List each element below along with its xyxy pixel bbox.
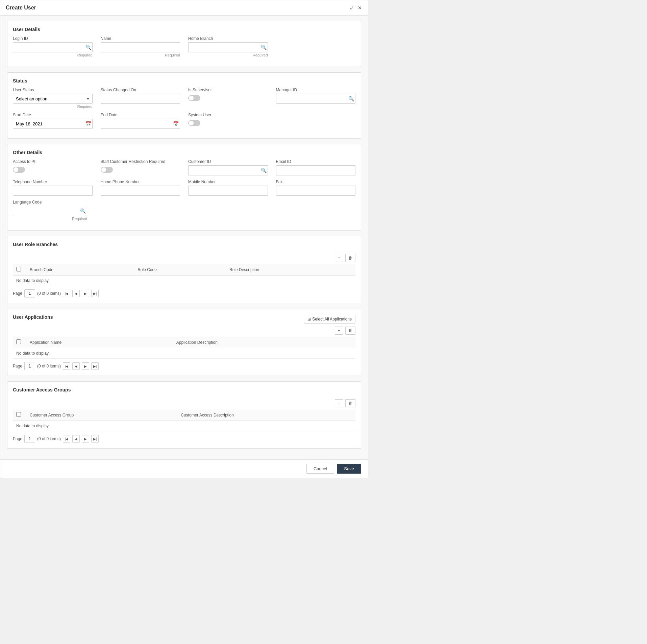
system-user-toggle[interactable] [188, 120, 200, 126]
modal-header: Create User ⤢ ✕ [0, 0, 368, 16]
language-code-search-icon[interactable]: 🔍 [80, 208, 86, 214]
customer-access-groups-prev-page-button[interactable]: ◀ [72, 435, 80, 443]
telephone-group: Telephone Number [13, 180, 93, 196]
status-changed-on-input[interactable] [101, 94, 180, 104]
role-branches-next-page-button[interactable]: ▶ [82, 290, 89, 297]
role-branches-add-button[interactable]: + [335, 254, 343, 262]
customer-access-groups-first-page-button[interactable]: |◀ [63, 435, 70, 443]
role-branches-delete-button[interactable]: 🗑 [345, 254, 355, 262]
staff-restriction-group: Staff Customer Restriction Required [101, 159, 180, 175]
start-date-input[interactable] [13, 119, 93, 129]
modal-footer: Cancel Save [0, 459, 368, 478]
customer-id-input[interactable] [188, 165, 268, 175]
mobile-wrapper [188, 186, 268, 196]
user-role-branches-header: User Role Branches [13, 242, 355, 251]
home-phone-input[interactable] [101, 186, 180, 196]
end-date-input[interactable] [101, 119, 180, 129]
manager-id-search-icon[interactable]: 🔍 [348, 96, 354, 101]
user-applications-page-input[interactable] [24, 362, 35, 370]
customer-id-search-icon[interactable]: 🔍 [261, 168, 267, 173]
fax-label: Fax [276, 180, 356, 184]
language-code-input[interactable] [13, 206, 87, 216]
user-applications-no-data: No data to display. [13, 348, 355, 359]
user-role-branches-title: User Role Branches [13, 242, 58, 247]
name-wrapper [101, 42, 180, 52]
user-status-wrapper: Select an option Active Inactive Suspend… [13, 94, 93, 104]
user-applications-name-col: Application Name [26, 337, 173, 348]
user-status-select[interactable]: Select an option Active Inactive Suspend… [13, 94, 93, 104]
user-status-required: Required [13, 104, 93, 109]
user-applications-actions: + 🗑 [13, 327, 355, 335]
name-label: Name [101, 36, 180, 41]
customer-access-groups-title: Customer Access Groups [13, 387, 71, 392]
manager-id-label: Manager ID [276, 88, 356, 92]
end-date-calendar-icon[interactable]: 📅 [173, 121, 179, 126]
manager-id-input[interactable] [276, 94, 356, 104]
customer-access-groups-select-all-checkbox[interactable] [16, 412, 21, 417]
customer-access-groups-tbody: No data to display. [13, 421, 355, 431]
close-button[interactable]: ✕ [357, 4, 363, 11]
user-status-label: User Status [13, 88, 93, 92]
access-to-pii-group: Access to PII [13, 159, 93, 175]
role-branches-first-page-button[interactable]: |◀ [63, 290, 70, 297]
language-code-label: Language Code [13, 200, 87, 205]
end-date-wrapper: 📅 [101, 119, 180, 129]
user-applications-first-page-button[interactable]: |◀ [63, 362, 70, 370]
user-applications-items-info: (0 of 0 items) [37, 364, 61, 368]
customer-access-groups-last-page-button[interactable]: ▶| [91, 435, 99, 443]
status-row-2: Start Date 📅 End Date 📅 System User [13, 113, 355, 129]
other-details-title: Other Details [13, 150, 355, 155]
user-applications-header-row: Application Name Application Description [13, 337, 355, 348]
manager-id-group: Manager ID 🔍 [276, 88, 356, 109]
other-details-row-2: Telephone Number Home Phone Number Mobil… [13, 180, 355, 196]
role-branches-select-all-checkbox[interactable] [16, 267, 21, 271]
customer-access-groups-add-button[interactable]: + [335, 399, 343, 407]
role-branches-prev-page-button[interactable]: ◀ [72, 290, 80, 297]
end-date-group: End Date 📅 [101, 113, 180, 129]
customer-access-groups-delete-button[interactable]: 🗑 [345, 399, 355, 407]
customer-access-groups-next-page-button[interactable]: ▶ [82, 435, 89, 443]
user-applications-add-button[interactable]: + [335, 327, 343, 335]
access-to-pii-toggle-wrapper [13, 167, 93, 173]
home-branch-search-icon[interactable]: 🔍 [261, 45, 267, 50]
email-id-group: Email ID [276, 159, 356, 175]
save-button[interactable]: Save [337, 464, 361, 474]
role-branches-page-input[interactable] [24, 289, 35, 297]
cancel-button[interactable]: Cancel [306, 464, 334, 474]
login-id-input[interactable] [13, 42, 93, 52]
login-id-group: Login ID 🔍 Required [13, 36, 93, 57]
login-id-search-icon[interactable]: 🔍 [85, 45, 91, 50]
user-applications-thead: Application Name Application Description [13, 337, 355, 348]
email-id-input[interactable] [276, 165, 356, 175]
role-branches-last-page-button[interactable]: ▶| [91, 290, 99, 297]
header-icons: ⤢ ✕ [349, 4, 363, 11]
staff-restriction-toggle[interactable] [101, 167, 113, 173]
telephone-label: Telephone Number [13, 180, 93, 184]
language-code-wrapper: 🔍 [13, 206, 87, 216]
create-user-modal: Create User ⤢ ✕ User Details Login ID 🔍 … [0, 0, 368, 478]
mobile-input[interactable] [188, 186, 268, 196]
customer-access-groups-page-input[interactable] [24, 435, 35, 443]
user-applications-last-page-button[interactable]: ▶| [91, 362, 99, 370]
start-date-calendar-icon[interactable]: 📅 [85, 121, 91, 126]
name-input[interactable] [101, 42, 180, 52]
user-applications-prev-page-button[interactable]: ◀ [72, 362, 80, 370]
telephone-input[interactable] [13, 186, 93, 196]
select-all-applications-button[interactable]: ⊞ Select All Applications [304, 315, 355, 324]
is-supervisor-toggle[interactable] [188, 95, 200, 101]
role-branches-role-desc-col: Role Description [226, 264, 355, 276]
user-applications-next-page-button[interactable]: ▶ [82, 362, 89, 370]
user-applications-title: User Applications [13, 314, 53, 320]
is-supervisor-group: Is Supervisor [188, 88, 268, 109]
select-all-applications-label: Select All Applications [312, 317, 352, 321]
home-branch-input[interactable] [188, 42, 268, 52]
user-applications-table: Application Name Application Description… [13, 337, 355, 359]
user-applications-select-all-checkbox[interactable] [16, 339, 21, 344]
access-to-pii-toggle[interactable] [13, 167, 25, 173]
telephone-wrapper [13, 186, 93, 196]
resize-button[interactable]: ⤢ [349, 4, 354, 11]
fax-input[interactable] [276, 186, 356, 196]
spacer-group [276, 36, 356, 57]
role-branches-check-col [13, 264, 26, 276]
user-applications-delete-button[interactable]: 🗑 [345, 327, 355, 335]
